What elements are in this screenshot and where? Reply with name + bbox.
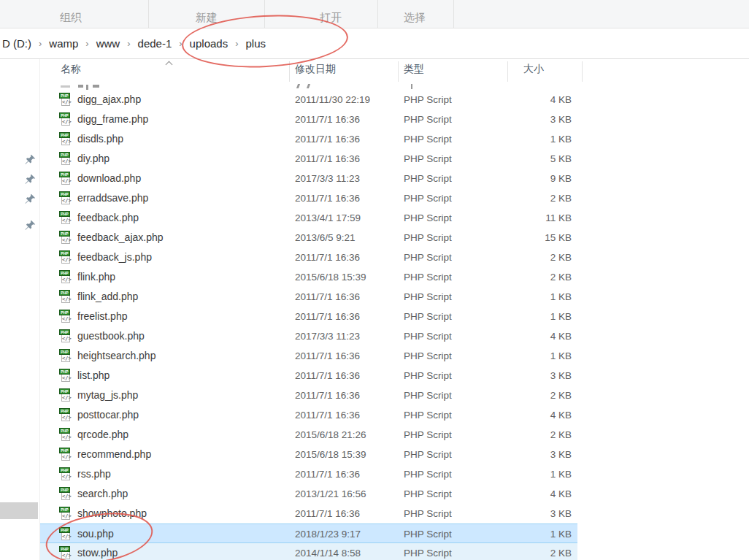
column-header-size[interactable]: 大小 — [523, 63, 544, 76]
file-type: PHP Script — [404, 464, 452, 484]
breadcrumb-item-www[interactable]: www — [90, 34, 127, 53]
file-type: PHP Script — [404, 110, 452, 129]
file-name: digg_ajax.php — [77, 90, 141, 110]
clipped-file-row[interactable] — [40, 82, 577, 90]
file-type: PHP Script — [404, 346, 452, 366]
file-type: PHP Script — [404, 267, 452, 287]
file-name: stow.php — [77, 543, 118, 560]
file-size: 15 KB — [449, 228, 572, 248]
file-row[interactable]: PHP </> feedback_js.php 2011/7/1 16:36 P… — [40, 248, 577, 267]
pushpin-icon — [24, 220, 36, 231]
file-name: feedback.php — [77, 208, 139, 228]
file-row[interactable]: PHP </> flink.php 2015/6/18 15:39 PHP Sc… — [40, 267, 577, 287]
breadcrumb-item-drive[interactable]: D (D:) — [0, 34, 38, 53]
php-file-icon: PHP </> — [59, 349, 72, 363]
php-file-icon: PHP </> — [59, 132, 72, 146]
file-row[interactable]: PHP </> list.php 2011/7/1 16:36 PHP Scri… — [40, 366, 577, 386]
file-name: sou.php — [77, 524, 114, 544]
file-date-modified: 2013/6/5 9:21 — [295, 228, 356, 248]
file-name: rss.php — [77, 464, 111, 484]
file-row[interactable]: PHP </> erraddsave.php 2011/7/1 16:36 PH… — [40, 188, 577, 208]
column-header-type[interactable]: 类型 — [404, 63, 424, 76]
file-row[interactable]: PHP </> posttocar.php 2011/7/1 16:36 PHP… — [40, 405, 577, 425]
file-row[interactable]: PHP </> sou.php 2018/1/23 9:17 PHP Scrip… — [40, 523, 577, 543]
file-size: 1 KB — [449, 346, 572, 366]
file-date-modified: 2013/1/21 16:56 — [295, 484, 366, 504]
php-file-icon: PHP </> — [59, 211, 72, 225]
breadcrumb-item-plus[interactable]: plus — [239, 34, 273, 53]
file-row[interactable]: PHP </> download.php 2017/3/3 11:23 PHP … — [40, 169, 577, 188]
file-type: PHP Script — [404, 287, 452, 307]
file-date-modified: 2011/7/1 16:36 — [295, 248, 360, 267]
pushpin-icon — [24, 193, 36, 205]
breadcrumb-item-wamp[interactable]: wamp — [42, 34, 85, 53]
breadcrumb-item-uploads[interactable]: uploads — [183, 34, 235, 53]
file-name: disdls.php — [77, 129, 123, 149]
file-row[interactable]: PHP </> flink_add.php 2011/7/1 16:36 PHP… — [40, 287, 577, 307]
file-row[interactable]: PHP </> stow.php 2014/1/14 8:58 PHP Scri… — [40, 543, 577, 560]
column-divider[interactable] — [507, 61, 508, 82]
file-date-modified: 2011/7/1 16:36 — [295, 149, 360, 169]
file-row[interactable]: PHP </> recommend.php 2015/6/18 15:39 PH… — [40, 445, 577, 464]
file-date-modified: 2011/7/1 16:36 — [295, 188, 360, 208]
file-row[interactable]: PHP </> digg_frame.php 2011/7/1 16:36 PH… — [40, 110, 577, 129]
file-row[interactable]: PHP </> feedback.php 2013/4/1 17:59 PHP … — [40, 208, 577, 228]
file-name: search.php — [77, 484, 128, 504]
file-row[interactable]: PHP </> heightsearch.php 2011/7/1 16:36 … — [40, 346, 577, 366]
php-file-icon: PHP </> — [59, 546, 72, 560]
pushpin-icon — [24, 174, 36, 185]
column-header-name[interactable]: 名称 — [61, 63, 81, 76]
column-divider[interactable] — [582, 61, 583, 82]
file-date-modified: 2017/3/3 11:23 — [295, 169, 360, 188]
file-list: PHP </> digg_ajax.php 2011/11/30 22:19 P… — [40, 82, 749, 560]
file-row[interactable]: PHP </> mytag_js.php 2011/7/1 16:36 PHP … — [40, 386, 577, 405]
column-header-row: 名称 修改日期 类型 大小 — [40, 60, 749, 82]
file-row[interactable]: PHP </> qrcode.php 2015/6/18 21:26 PHP S… — [40, 425, 577, 445]
file-type: PHP Script — [404, 307, 452, 326]
file-date-modified: 2011/7/1 16:36 — [295, 386, 360, 405]
file-date-modified: 2015/6/18 15:39 — [295, 267, 366, 287]
file-size: 5 KB — [449, 149, 572, 169]
column-divider[interactable] — [289, 61, 290, 82]
php-file-icon: PHP </> — [59, 290, 72, 304]
file-row[interactable]: PHP </> diy.php 2011/7/1 16:36 PHP Scrip… — [40, 149, 577, 169]
file-row[interactable]: PHP </> rss.php 2011/7/1 16:36 PHP Scrip… — [40, 464, 577, 484]
file-type: PHP Script — [404, 386, 452, 405]
php-file-icon: PHP </> — [59, 231, 72, 245]
file-type: PHP Script — [404, 504, 452, 523]
file-row[interactable]: PHP </> freelist.php 2011/7/1 16:36 PHP … — [40, 307, 577, 326]
file-row[interactable]: PHP </> feedback_ajax.php 2013/6/5 9:21 … — [40, 228, 577, 248]
php-file-icon: PHP </> — [59, 112, 72, 126]
file-type: PHP Script — [404, 445, 452, 464]
breadcrumb-item-dede-1[interactable]: dede-1 — [131, 34, 179, 53]
sort-ascending-icon — [166, 61, 172, 66]
file-name: guestbook.php — [77, 326, 145, 346]
file-size: 1 KB — [449, 307, 572, 326]
php-file-icon: PHP </> — [59, 428, 72, 442]
file-row[interactable]: PHP </> digg_ajax.php 2011/11/30 22:19 P… — [40, 90, 577, 110]
file-type: PHP Script — [404, 169, 452, 188]
php-file-icon: PHP </> — [59, 507, 72, 521]
file-date-modified: 2015/6/18 21:26 — [295, 425, 366, 445]
php-file-icon: PHP </> — [59, 250, 72, 264]
column-divider[interactable] — [398, 61, 399, 82]
ribbon-separator — [148, 0, 149, 28]
file-type: PHP Script — [404, 248, 452, 267]
file-row[interactable]: PHP </> search.php 2013/1/21 16:56 PHP S… — [40, 484, 577, 504]
file-size: 2 KB — [449, 248, 572, 267]
file-size: 2 KB — [449, 543, 572, 560]
ribbon-separator — [453, 0, 454, 28]
file-date-modified: 2011/7/1 16:36 — [295, 405, 360, 425]
file-date-modified: 2011/7/1 16:36 — [295, 287, 360, 307]
php-file-icon: PHP </> — [59, 388, 72, 402]
file-row[interactable]: PHP </> disdls.php 2011/7/1 16:36 PHP Sc… — [40, 129, 577, 149]
file-row[interactable]: PHP </> showphoto.php 2011/7/1 16:36 PHP… — [40, 504, 577, 523]
file-type: PHP Script — [404, 90, 452, 110]
file-date-modified: 2011/7/1 16:36 — [295, 110, 360, 129]
file-name: showphoto.php — [77, 504, 147, 523]
file-date-modified: 2011/7/1 16:36 — [295, 366, 360, 386]
file-name: diy.php — [77, 149, 110, 169]
column-header-date-modified[interactable]: 修改日期 — [295, 63, 336, 76]
file-type: PHP Script — [404, 149, 452, 169]
file-row[interactable]: PHP </> guestbook.php 2017/3/3 11:23 PHP… — [40, 326, 577, 346]
